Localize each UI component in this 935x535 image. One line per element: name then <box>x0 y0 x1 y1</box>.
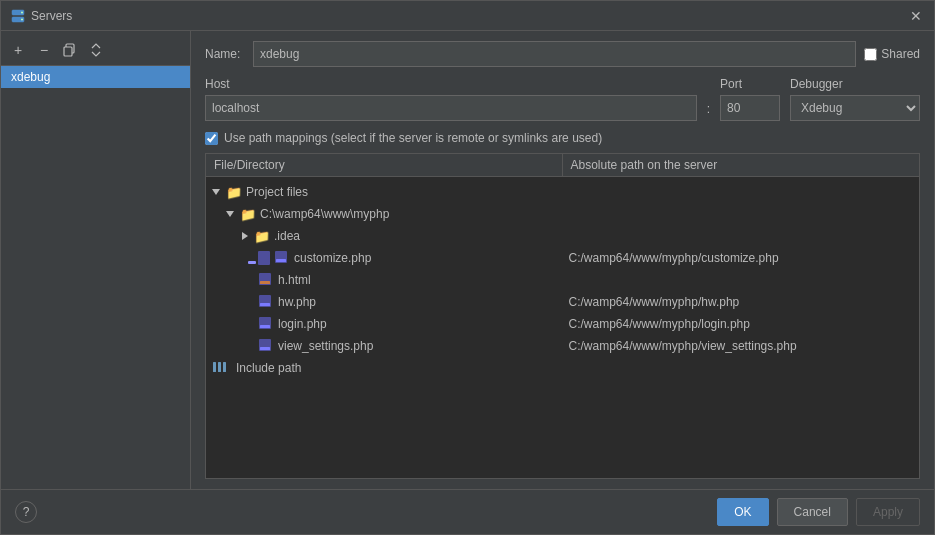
host-group: Host <box>205 77 697 121</box>
cancel-button[interactable]: Cancel <box>777 498 848 526</box>
action-buttons: OK Cancel Apply <box>717 498 920 526</box>
table-row: hw.php C:/wamp64/www/myphp/hw.php <box>206 291 919 313</box>
table-header: File/Directory Absolute path on the serv… <box>206 154 919 177</box>
file-icon <box>258 294 272 311</box>
move-icon <box>89 43 103 57</box>
port-input[interactable] <box>720 95 780 121</box>
table-row: view_settings.php C:/wamp64/www/myphp/vi… <box>206 335 919 357</box>
shared-checkbox-group: Shared <box>864 47 920 61</box>
chevron-right-icon <box>242 232 248 240</box>
tree-cell-view-settings-php[interactable]: view_settings.php <box>206 336 563 357</box>
tree-cell-wamp-folder[interactable]: 📁 C:\wamp64\www\myphp <box>206 205 563 224</box>
svg-rect-7 <box>276 259 286 262</box>
host-label: Host <box>205 77 697 91</box>
tree-cell-path <box>563 278 920 282</box>
svg-rect-5 <box>64 47 72 56</box>
name-label: Name: <box>205 47 245 61</box>
title-bar-left: Servers <box>11 9 72 23</box>
move-server-button[interactable] <box>85 39 107 61</box>
add-server-button[interactable]: + <box>7 39 29 61</box>
svg-rect-18 <box>223 362 226 372</box>
table-row: 📁 Project files <box>206 181 919 203</box>
table-row: customize.php C:/wamp64/www/myphp/custom… <box>206 247 919 269</box>
shared-checkbox[interactable] <box>864 48 877 61</box>
debugger-label: Debugger <box>790 77 920 91</box>
tree-cell-project-files[interactable]: 📁 Project files <box>206 183 563 202</box>
folder-icon: 📁 <box>254 229 270 244</box>
port-label: Port <box>720 77 780 91</box>
folder-open-icon: 📁 <box>240 207 256 222</box>
title-bar: Servers ✕ <box>1 1 934 31</box>
main-content: + − xdebug <box>1 31 934 489</box>
path-mapping-label[interactable]: Use path mappings (select if the server … <box>224 131 602 145</box>
table-row: login.php C:/wamp64/www/myphp/login.php <box>206 313 919 335</box>
right-panel: Name: Shared Host : Port <box>191 31 934 489</box>
svg-rect-15 <box>260 347 270 350</box>
name-input[interactable] <box>253 41 856 67</box>
tree-cell-idea-folder[interactable]: 📁 .idea <box>206 227 563 246</box>
svg-rect-16 <box>213 362 216 372</box>
copy-server-button[interactable] <box>59 39 81 61</box>
help-button[interactable]: ? <box>15 501 37 523</box>
dialog-title: Servers <box>31 9 72 23</box>
file-icon <box>258 316 272 333</box>
include-path-icon <box>212 360 228 377</box>
col-abs-path: Absolute path on the server <box>563 154 920 176</box>
sidebar-toolbar: + − <box>1 35 190 66</box>
shared-label[interactable]: Shared <box>881 47 920 61</box>
tree-cell-path <box>563 190 920 194</box>
tree-cell-h-html[interactable]: h.html <box>206 270 563 291</box>
tree-cell-path: C:/wamp64/www/myphp/hw.php <box>563 293 920 311</box>
sidebar: + − xdebug <box>1 31 191 489</box>
file-path-table: File/Directory Absolute path on the serv… <box>205 153 920 479</box>
table-row: 📁 .idea <box>206 225 919 247</box>
svg-point-2 <box>21 11 23 13</box>
svg-rect-13 <box>260 325 270 328</box>
chevron-down-icon <box>212 189 220 195</box>
debugger-group: Debugger Xdebug Zend Debugger None <box>790 77 920 121</box>
sidebar-item-xdebug[interactable]: xdebug <box>1 66 190 88</box>
chevron-down-icon <box>226 211 234 217</box>
port-group: Port <box>720 77 780 121</box>
svg-rect-9 <box>260 281 270 284</box>
tree-area: 📁 Project files 📁 C:\wamp64\www\myphp <box>206 177 919 478</box>
table-row: Include path <box>206 357 919 379</box>
tree-cell-path <box>563 366 920 370</box>
bottom-bar: ? OK Cancel Apply <box>1 489 934 534</box>
file-icon <box>258 338 272 355</box>
tree-cell-customize-php[interactable]: customize.php <box>206 248 563 269</box>
col-file-dir: File/Directory <box>206 154 563 176</box>
tree-cell-login-php[interactable]: login.php <box>206 314 563 335</box>
path-mapping-row: Use path mappings (select if the server … <box>205 131 920 145</box>
svg-point-3 <box>21 18 23 20</box>
tree-cell-path: C:/wamp64/www/myphp/view_settings.php <box>563 337 920 355</box>
name-row: Name: Shared <box>205 41 920 67</box>
tree-cell-include-path[interactable]: Include path <box>206 358 563 379</box>
table-row: h.html <box>206 269 919 291</box>
folder-open-icon: 📁 <box>226 185 242 200</box>
ok-button[interactable]: OK <box>717 498 768 526</box>
svg-rect-11 <box>260 303 270 306</box>
file-icon <box>258 272 272 289</box>
tree-cell-path: C:/wamp64/www/myphp/login.php <box>563 315 920 333</box>
tree-cell-path: C:/wamp64/www/myphp/customize.php <box>563 249 920 267</box>
svg-rect-17 <box>218 362 221 372</box>
tree-cell-path <box>563 212 920 216</box>
tree-cell-path <box>563 234 920 238</box>
table-row: 📁 C:\wamp64\www\myphp <box>206 203 919 225</box>
host-input[interactable] <box>205 95 697 121</box>
colon-separator: : <box>707 102 710 116</box>
debugger-select[interactable]: Xdebug Zend Debugger None <box>790 95 920 121</box>
apply-button[interactable]: Apply <box>856 498 920 526</box>
remove-server-button[interactable]: − <box>33 39 55 61</box>
tree-cell-hw-php[interactable]: hw.php <box>206 292 563 313</box>
close-button[interactable]: ✕ <box>908 8 924 24</box>
file-icon <box>274 250 288 267</box>
servers-dialog: Servers ✕ + − <box>0 0 935 535</box>
connection-fields-row: Host : Port Debugger Xdebug Zend Debugge… <box>205 77 920 121</box>
servers-icon <box>11 9 25 23</box>
copy-icon <box>63 43 77 57</box>
path-mapping-checkbox[interactable] <box>205 132 218 145</box>
